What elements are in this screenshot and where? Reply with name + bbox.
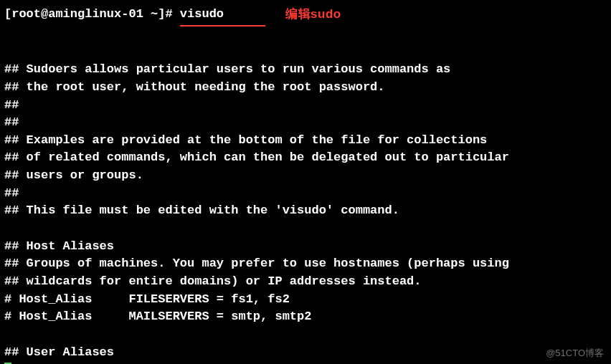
editor-content[interactable]: ## Sudoers allows particular users to ru… [4,44,607,364]
line-10: ## Host Aliases [4,239,114,253]
shell-command[interactable]: visudo [180,6,224,24]
line-12: ## wildcards for entire domains) or IP a… [4,274,422,288]
line-13: # Host_Alias FILESERVERS = fs1, fs2 [4,292,290,306]
line-0: ## Sudoers allows particular users to ru… [4,62,450,76]
line-6: ## users or groups. [4,168,143,182]
line-16: ## User Aliases [4,345,114,359]
line-5: ## of related commands, which can then b… [4,150,509,164]
line-4: ## Examples are provided at the bottom o… [4,133,487,147]
watermark: @51CTO博客 [546,347,604,360]
prompt-line: [root@aminglinux-01 ~]# visudo 编辑sudo [4,6,607,24]
line-1: ## the root user, without needing the ro… [4,80,385,94]
annotation-label: 编辑sudo [285,6,341,24]
line-7: ## [4,186,19,200]
line-3: ## [4,115,19,129]
line-8: ## This file must be edited with the 'vi… [4,203,399,217]
line-11: ## Groups of machines. You may prefer to… [4,257,509,270]
shell-prompt: [root@aminglinux-01 ~]# [4,6,180,24]
line-2: ## [4,98,19,112]
line-14: # Host_Alias MAILSERVERS = smtp, smtp2 [4,310,311,323]
